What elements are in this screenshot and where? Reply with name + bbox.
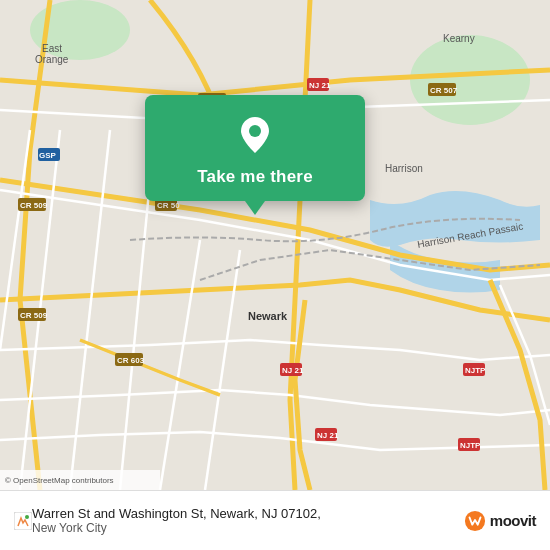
svg-point-35 [249, 125, 261, 137]
svg-point-1 [410, 35, 530, 125]
svg-text:Orange: Orange [35, 54, 69, 65]
svg-text:NJ 21: NJ 21 [282, 366, 304, 375]
svg-point-37 [25, 515, 29, 519]
svg-text:NJTP: NJTP [465, 366, 486, 375]
address-line1: Warren St and Washington St, Newark, NJ … [32, 506, 454, 521]
svg-text:East: East [42, 43, 62, 54]
moovit-brand-text: moovit [490, 512, 536, 529]
moovit-logo: moovit [464, 510, 536, 532]
moovit-m-icon [464, 510, 486, 532]
osm-logo [14, 512, 32, 530]
osm-icon [14, 512, 32, 530]
location-pin-icon [233, 113, 277, 157]
svg-text:NJ 21: NJ 21 [317, 431, 339, 440]
svg-text:NJ 21: NJ 21 [309, 81, 331, 90]
svg-text:CR 603: CR 603 [117, 356, 145, 365]
svg-text:NJTP: NJTP [460, 441, 481, 450]
svg-text:Kearny: Kearny [443, 33, 475, 44]
svg-text:Newark: Newark [248, 310, 288, 322]
svg-text:GSP: GSP [39, 151, 57, 160]
svg-text:CR 507: CR 507 [430, 86, 458, 95]
address-line2: New York City [32, 521, 454, 535]
svg-text:Harrison: Harrison [385, 163, 423, 174]
svg-text:CR 509: CR 509 [20, 201, 48, 210]
cta-button[interactable]: Take me there [197, 167, 313, 187]
address-block: Warren St and Washington St, Newark, NJ … [32, 506, 454, 535]
svg-text:CR 50: CR 50 [157, 201, 180, 210]
svg-text:© OpenStreetMap contributors: © OpenStreetMap contributors [5, 476, 114, 485]
svg-text:CR 509: CR 509 [20, 311, 48, 320]
popup-card[interactable]: Take me there [145, 95, 365, 201]
bottom-bar: Warren St and Washington St, Newark, NJ … [0, 490, 550, 550]
map-container: East Orange Kearny Harrison Newark Harri… [0, 0, 550, 490]
